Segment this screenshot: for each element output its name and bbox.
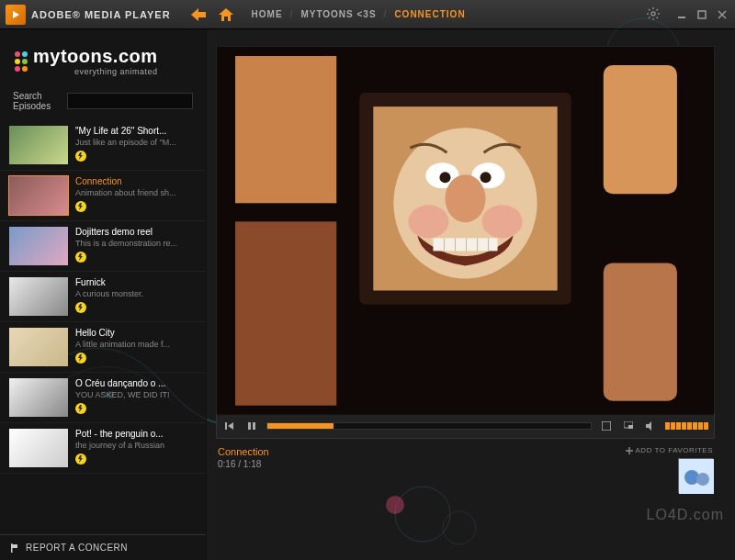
breadcrumb-home[interactable]: HOME: [252, 9, 283, 19]
report-label: REPORT A CONCERN: [26, 543, 128, 553]
plus-icon: [626, 447, 633, 454]
playback-controls: [216, 413, 715, 439]
episode-desc: the journey of a Russian: [75, 441, 197, 450]
lightning-badge-icon: [75, 302, 86, 313]
flag-icon: [11, 543, 20, 553]
episode-item[interactable]: Furnick A curious monster.: [0, 272, 206, 322]
svg-point-56: [696, 473, 709, 486]
episode-title: O Créu dançando o ...: [75, 378, 197, 388]
svg-point-38: [408, 205, 448, 238]
video-viewport[interactable]: [216, 46, 715, 413]
svg-rect-52: [628, 425, 633, 429]
episode-item[interactable]: Hello City A little animation made f...: [0, 322, 206, 373]
lightning-badge-icon: [75, 151, 86, 162]
episode-title: Furnick: [75, 277, 197, 287]
svg-rect-26: [235, 56, 336, 203]
episode-thumb: [9, 378, 68, 417]
breadcrumb-current: CONNECTION: [394, 9, 465, 19]
lightning-badge-icon: [75, 252, 86, 263]
svg-marker-53: [646, 421, 651, 431]
episode-desc: YOU ASKED, WE DID IT!: [75, 390, 197, 399]
lightning-badge-icon: [75, 353, 86, 364]
brand-dots-icon: [15, 51, 28, 72]
report-concern-button[interactable]: REPORT A CONCERN: [0, 534, 206, 560]
titlebar: ADOBE® MEDIA PLAYER HOME / MYTOONS <3S /…: [0, 0, 735, 29]
episode-desc: Just like an episode of "M...: [75, 138, 197, 147]
video-still: [217, 47, 714, 415]
app-icon: [6, 5, 26, 25]
app-title: ADOBE® MEDIA PLAYER: [31, 9, 171, 20]
close-button[interactable]: [715, 7, 729, 22]
settings-button[interactable]: [647, 7, 662, 22]
episode-title: Pot! - the penguin o...: [75, 429, 197, 439]
episode-desc: Animation about friend sh...: [75, 188, 197, 197]
svg-rect-49: [253, 422, 255, 430]
svg-marker-19: [78, 304, 83, 311]
episode-item[interactable]: "My Life at 26" Short... Just like an ep…: [0, 120, 206, 171]
fullscreen-button[interactable]: [599, 419, 614, 433]
watermark: LO4D.com: [647, 507, 724, 523]
episode-thumb: [9, 176, 68, 215]
svg-point-37: [445, 174, 485, 222]
svg-rect-48: [248, 422, 251, 430]
svg-marker-12: [219, 8, 233, 21]
progress-bar[interactable]: [266, 422, 592, 430]
episode-item[interactable]: Connection Animation about friend sh...: [0, 171, 206, 221]
svg-marker-10: [13, 11, 19, 18]
pause-button[interactable]: [244, 419, 259, 433]
svg-point-39: [482, 205, 523, 238]
episode-thumb: [9, 227, 68, 265]
svg-marker-11: [191, 8, 206, 21]
back-button[interactable]: [189, 6, 208, 24]
breadcrumb-separator: /: [384, 9, 388, 19]
svg-marker-22: [78, 455, 83, 463]
sidebar: mytoons.com everything animated Search E…: [0, 29, 207, 560]
minimize-button[interactable]: [674, 7, 689, 22]
channel-brand: mytoons.com everything animated: [0, 29, 206, 85]
main-panel: Connection 0:16 / 1:18 ADD TO FAVORITES: [207, 29, 735, 560]
lightning-badge-icon: [75, 454, 86, 465]
breadcrumb-separator: /: [290, 9, 294, 19]
search-input[interactable]: [67, 93, 193, 109]
lightning-badge-icon: [75, 201, 86, 212]
prev-button[interactable]: [222, 419, 237, 433]
episode-desc: This is a demonstration re...: [75, 239, 197, 248]
episode-item[interactable]: Pot! - the penguin o... the journey of a…: [0, 423, 206, 474]
maximize-button[interactable]: [695, 7, 709, 22]
svg-rect-24: [11, 543, 13, 553]
episode-list[interactable]: "My Life at 26" Short... Just like an ep…: [0, 120, 206, 534]
svg-rect-29: [604, 263, 677, 400]
lightning-badge-icon: [75, 403, 86, 414]
episode-thumb: [9, 277, 68, 316]
episode-item[interactable]: Dojitters demo reel This is a demonstrat…: [0, 221, 206, 272]
svg-point-36: [481, 172, 492, 183]
add-to-favorites-button[interactable]: ADD TO FAVORITES: [626, 446, 713, 454]
volume-icon[interactable]: [643, 419, 658, 433]
brand-name: mytoons.com: [33, 46, 158, 67]
svg-marker-20: [78, 354, 83, 362]
favorites-thumb[interactable]: [678, 458, 713, 493]
svg-point-13: [651, 12, 655, 16]
brand-tagline: everything animated: [33, 67, 158, 76]
svg-point-35: [439, 172, 450, 183]
svg-marker-21: [78, 405, 83, 412]
video-title: Connection: [218, 446, 269, 457]
breadcrumb-channel[interactable]: MYTOONS <3S: [300, 9, 376, 19]
episode-title: Hello City: [75, 328, 197, 338]
svg-marker-47: [228, 422, 233, 430]
svg-rect-50: [602, 421, 611, 431]
search-label: Search Episodes: [13, 91, 60, 111]
svg-rect-23: [12, 544, 17, 548]
episode-desc: A curious monster.: [75, 289, 197, 298]
volume-meter[interactable]: [665, 422, 708, 430]
svg-rect-46: [225, 422, 227, 430]
episode-item[interactable]: O Créu dançando o ... YOU ASKED, WE DID …: [0, 373, 206, 423]
episode-title: Connection: [75, 176, 197, 186]
pip-button[interactable]: [621, 419, 636, 433]
svg-rect-15: [698, 11, 706, 18]
home-button[interactable]: [217, 6, 235, 24]
breadcrumb: HOME / MYTOONS <3S / CONNECTION: [252, 9, 466, 19]
svg-rect-28: [604, 65, 677, 194]
episode-thumb: [9, 328, 68, 366]
episode-thumb: [9, 126, 68, 164]
